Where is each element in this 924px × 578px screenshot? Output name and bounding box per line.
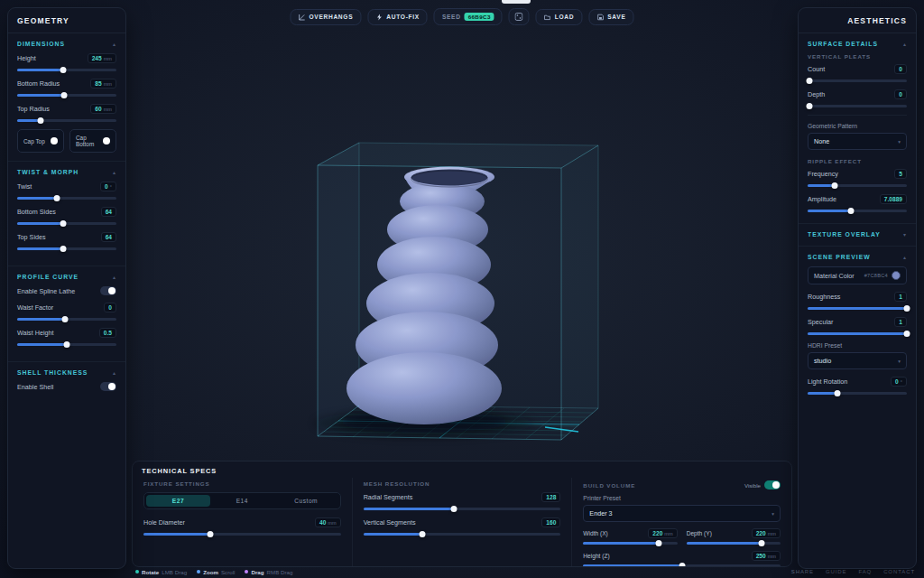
- slider-thumb[interactable]: [420, 531, 426, 537]
- top-radius-slider[interactable]: [17, 119, 116, 122]
- waist-factor-slider[interactable]: [17, 318, 116, 321]
- frequency-value-badge: 5: [894, 169, 907, 179]
- slider-thumb[interactable]: [61, 316, 68, 322]
- light-rotation-slider[interactable]: [808, 392, 907, 395]
- slider-thumb[interactable]: [848, 208, 855, 214]
- surface-details-title: SURFACE DETAILS: [808, 41, 878, 47]
- specular-slider[interactable]: [808, 332, 907, 335]
- bottom-radius-slider[interactable]: [17, 94, 116, 97]
- cap-top-label: Cap Top: [23, 138, 45, 144]
- twist-label: Twist: [17, 182, 32, 191]
- slider-thumb[interactable]: [904, 331, 910, 337]
- vertical-segments-slider[interactable]: [364, 533, 561, 536]
- slider-thumb[interactable]: [451, 506, 457, 512]
- chevron-up-icon[interactable]: ▴: [113, 274, 116, 280]
- overhangs-button[interactable]: OVERHANGS: [290, 9, 361, 25]
- randomize-seed-button[interactable]: [509, 8, 530, 25]
- depth-y-slider[interactable]: [687, 542, 781, 545]
- hint-rotate: Rotate LMB Drag: [135, 569, 187, 575]
- bolt-icon: [375, 14, 383, 21]
- socket-tabs: E27 E14 Custom: [143, 492, 341, 509]
- pleat-depth-slider[interactable]: [808, 105, 907, 107]
- hdri-preset-select[interactable]: studio ▾: [808, 352, 907, 369]
- chevron-up-icon[interactable]: ▴: [113, 169, 116, 175]
- hint-dot: [197, 570, 200, 573]
- width-x-control: Width (X) 220mm: [583, 528, 677, 547]
- slider-thumb[interactable]: [904, 305, 910, 312]
- chevron-down-icon[interactable]: ▾: [903, 231, 907, 238]
- footer-link-guide[interactable]: GUIDE: [826, 569, 847, 574]
- slider-thumb[interactable]: [835, 390, 841, 396]
- height-control: Height 245mm: [17, 53, 116, 71]
- pleat-count-slider[interactable]: [808, 79, 907, 82]
- vertical-segments-label: Vertical Segments: [364, 518, 416, 527]
- slider-thumb[interactable]: [60, 220, 66, 227]
- top-sides-control: Top Sides 64: [17, 232, 116, 250]
- frequency-slider[interactable]: [808, 184, 907, 187]
- bottom-sides-slider[interactable]: [17, 222, 116, 225]
- printer-preset-select[interactable]: Ender 3 ▾: [583, 505, 781, 522]
- width-x-slider[interactable]: [583, 542, 677, 545]
- slider-thumb[interactable]: [54, 195, 60, 201]
- waist-height-label: Waist Height: [17, 329, 53, 337]
- tab-custom[interactable]: Custom: [274, 495, 338, 507]
- twist-slider[interactable]: [17, 197, 116, 200]
- radial-segments-slider[interactable]: [364, 508, 561, 510]
- slider-thumb[interactable]: [60, 246, 66, 252]
- slider-thumb[interactable]: [60, 92, 67, 98]
- visible-label: Visible: [744, 482, 761, 489]
- waist-height-control: Waist Height 0.5: [17, 328, 116, 346]
- amplitude-slider[interactable]: [808, 210, 907, 212]
- tab-e27[interactable]: E27: [146, 495, 210, 507]
- roughness-slider[interactable]: [808, 307, 907, 310]
- hint-dot: [245, 570, 248, 573]
- slider-thumb[interactable]: [831, 182, 837, 189]
- specular-label: Specular: [808, 318, 833, 326]
- height-z-value-badge: 250mm: [752, 551, 781, 561]
- tab-e14[interactable]: E14: [210, 495, 274, 507]
- pleat-depth-label: Depth: [808, 90, 825, 98]
- slider-thumb[interactable]: [759, 540, 765, 546]
- spline-lathe-toggle[interactable]: [100, 286, 116, 295]
- footer-link-share[interactable]: SHARE: [791, 569, 814, 574]
- enable-shell-toggle[interactable]: [100, 382, 116, 391]
- material-color-swatch[interactable]: [892, 271, 901, 280]
- top-radius-label: Top Radius: [17, 105, 50, 113]
- cap-bottom-toggle-chip[interactable]: Cap Bottom: [69, 129, 116, 153]
- hint-dot: [135, 570, 139, 573]
- slider-thumb[interactable]: [60, 67, 66, 73]
- cap-top-toggle-chip[interactable]: Cap Top: [17, 129, 64, 153]
- pleat-count-control: Count 0: [808, 64, 907, 82]
- slider-thumb[interactable]: [807, 78, 813, 84]
- save-icon: [596, 14, 604, 21]
- top-sides-slider[interactable]: [17, 247, 116, 250]
- chevron-up-icon[interactable]: ▴: [113, 369, 116, 376]
- slider-thumb[interactable]: [655, 540, 661, 546]
- slider-thumb[interactable]: [807, 103, 813, 109]
- footer-link-contact[interactable]: CONTACT: [883, 569, 915, 574]
- hint-zoom: Zoom Scroll: [197, 569, 235, 575]
- build-volume-box-front: [318, 143, 598, 440]
- hole-diameter-slider[interactable]: [143, 533, 341, 536]
- save-button[interactable]: SAVE: [588, 9, 633, 25]
- footer-link-faq[interactable]: FAQ: [858, 569, 872, 574]
- geometry-panel: GEOMETRY DIMENSIONS ▴ Height 245mm Botto…: [7, 7, 126, 569]
- geometric-pattern-label: Geometric Pattern: [808, 123, 907, 129]
- light-rotation-control: Light Rotation 0°: [808, 377, 907, 395]
- chevron-up-icon[interactable]: ▴: [113, 41, 116, 47]
- slider-thumb[interactable]: [38, 117, 44, 124]
- load-button[interactable]: LOAD: [536, 9, 582, 25]
- slider-thumb[interactable]: [64, 341, 70, 348]
- chevron-up-icon[interactable]: ▴: [903, 254, 907, 260]
- build-volume-visible-toggle[interactable]: [764, 480, 781, 489]
- section-profile-curve: PROFILE CURVE ▴ Enable Spline Lathe Wais…: [8, 266, 125, 362]
- waist-height-slider[interactable]: [17, 343, 116, 346]
- auto-fix-button[interactable]: AUTO-FIX: [367, 9, 428, 25]
- height-slider[interactable]: [17, 69, 116, 71]
- slider-thumb[interactable]: [208, 531, 214, 537]
- overhangs-icon: [298, 14, 305, 21]
- chevron-down-icon: ▾: [898, 359, 901, 364]
- geometric-pattern-select[interactable]: None ▾: [808, 133, 907, 150]
- chevron-up-icon[interactable]: ▴: [903, 41, 907, 47]
- seed-button[interactable]: SEED 66B9C3: [434, 8, 503, 25]
